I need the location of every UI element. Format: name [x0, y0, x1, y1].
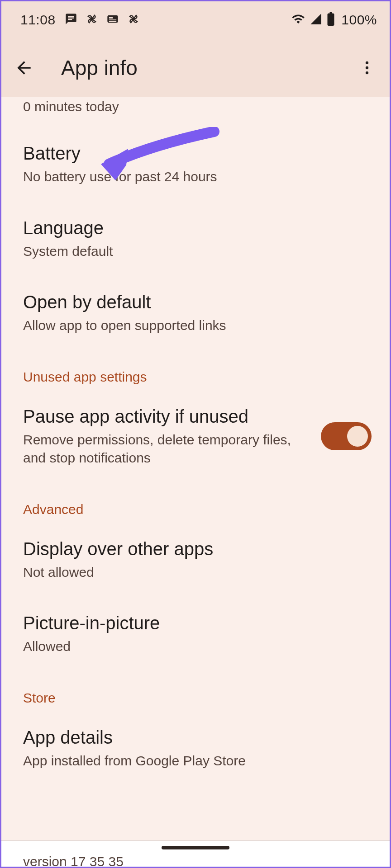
status-bar: 11:08	[1, 1, 390, 38]
gesture-nav-bar[interactable]	[162, 846, 229, 849]
setting-app-details[interactable]: App details App installed from Google Pl…	[1, 711, 390, 786]
setting-subtitle: Remove permissions, delete temporary fil…	[23, 431, 317, 467]
cellular-icon	[310, 13, 322, 27]
battery-icon	[327, 12, 335, 28]
more-vert-icon	[358, 59, 376, 76]
section-header-store: Store	[1, 671, 390, 711]
setting-language[interactable]: Language System default	[1, 202, 390, 276]
status-time: 11:08	[20, 12, 56, 28]
setting-subtitle: No battery use for past 24 hours	[23, 168, 368, 186]
setting-subtitle: App installed from Google Play Store	[23, 752, 368, 770]
setting-subtitle: Allowed	[23, 637, 368, 656]
settings-content[interactable]: 0 minutes today Battery No battery use f…	[1, 97, 390, 867]
setting-battery[interactable]: Battery No battery use for past 24 hours	[1, 127, 390, 202]
setting-title: Open by default	[23, 291, 368, 313]
svg-rect-2	[109, 19, 116, 20]
svg-point-5	[366, 66, 368, 69]
news-icon	[106, 13, 119, 27]
section-header-unused: Unused app settings	[1, 350, 390, 390]
setting-subtitle: Allow app to open supported links	[23, 316, 368, 335]
setting-display-over-apps[interactable]: Display over other apps Not allowed	[1, 523, 390, 597]
setting-subtitle: Not allowed	[23, 563, 368, 582]
setting-title: Picture-in-picture	[23, 612, 368, 634]
setting-subtitle: System default	[23, 242, 368, 261]
bottom-area: version 17 35 35	[1, 840, 390, 867]
back-button[interactable]	[10, 53, 38, 82]
app-bar: App info	[1, 38, 390, 97]
setting-title: Pause app activity if unused	[23, 406, 317, 427]
setting-title: Language	[23, 217, 368, 239]
setting-picture-in-picture[interactable]: Picture-in-picture Allowed	[1, 597, 390, 671]
setting-title: Battery	[23, 142, 368, 164]
section-header-advanced: Advanced	[1, 483, 390, 523]
arrow-back-icon	[14, 58, 34, 78]
pinwheel-icon-2	[127, 13, 140, 27]
screen-time-subtitle: 0 minutes today	[1, 97, 390, 127]
toggle-pause-unused[interactable]	[321, 422, 372, 450]
overflow-menu-button[interactable]	[353, 53, 381, 82]
pinwheel-icon	[86, 13, 98, 27]
setting-open-by-default[interactable]: Open by default Allow app to open suppor…	[1, 276, 390, 350]
version-text: version 17 35 35	[23, 854, 124, 867]
battery-percentage: 100%	[341, 12, 377, 28]
message-icon	[65, 13, 77, 27]
setting-title: App details	[23, 726, 368, 748]
svg-rect-3	[109, 21, 116, 22]
svg-rect-1	[109, 17, 112, 19]
svg-point-4	[366, 61, 368, 64]
setting-pause-unused[interactable]: Pause app activity if unused Remove perm…	[1, 390, 390, 483]
svg-point-6	[366, 71, 368, 74]
wifi-icon	[291, 12, 305, 28]
setting-title: Display over other apps	[23, 538, 368, 560]
page-title: App info	[61, 56, 353, 80]
